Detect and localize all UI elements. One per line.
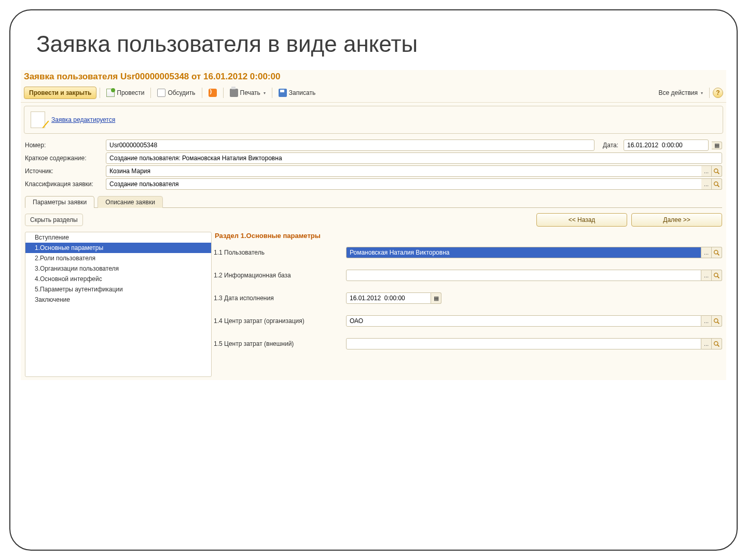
- magnifier-icon: [713, 341, 720, 347]
- source-input[interactable]: [106, 165, 701, 177]
- select-button[interactable]: ...: [701, 178, 712, 190]
- svg-point-4: [714, 250, 718, 254]
- select-button[interactable]: ...: [701, 165, 712, 177]
- svg-point-6: [714, 273, 718, 276]
- select-button[interactable]: ...: [701, 315, 712, 327]
- chat-icon: [157, 89, 165, 97]
- section-title: Раздел 1.Основные параметры: [214, 232, 722, 247]
- tree-item-interface[interactable]: 4.Основной интерфейс: [25, 274, 211, 284]
- chevron-down-icon: ▾: [701, 91, 703, 95]
- classification-label: Классификация заявки:: [25, 180, 103, 188]
- search-button[interactable]: [712, 178, 722, 190]
- calendar-button[interactable]: ▦: [431, 292, 441, 304]
- search-button[interactable]: [712, 247, 722, 258]
- help-button[interactable]: ?: [713, 88, 723, 98]
- select-button[interactable]: ...: [701, 270, 712, 281]
- number-label: Номер:: [25, 142, 103, 149]
- select-button[interactable]: ...: [701, 247, 712, 258]
- form-title: Заявка пользователя Usr00000005348 от 16…: [21, 70, 726, 86]
- printer-icon: [230, 89, 238, 97]
- separator: [202, 88, 202, 98]
- app-window: Заявка пользователя Usr00000005348 от 16…: [21, 70, 726, 380]
- calendar-button[interactable]: ▦: [712, 142, 722, 149]
- discuss-label: Обсудить: [168, 89, 195, 96]
- rss-button[interactable]: [205, 87, 220, 99]
- tree-item-auth[interactable]: 5.Параметры аутентификации: [25, 284, 211, 295]
- tree-item-conclusion[interactable]: Заключение: [25, 295, 211, 305]
- cost-center-ext-input[interactable]: [346, 338, 701, 349]
- post-and-close-button[interactable]: Провести и закрыть: [24, 87, 96, 99]
- infobase-input[interactable]: [346, 270, 701, 281]
- classification-input[interactable]: [106, 178, 701, 190]
- print-label: Печать: [240, 89, 260, 96]
- hide-sections-button[interactable]: Скрыть разделы: [25, 214, 83, 226]
- svg-line-7: [717, 276, 719, 278]
- magnifier-icon: [713, 249, 720, 256]
- magnifier-icon: [713, 272, 720, 279]
- source-label: Источник:: [25, 167, 103, 175]
- next-button[interactable]: Далее >>: [631, 213, 722, 227]
- user-input[interactable]: [346, 247, 701, 258]
- svg-line-5: [717, 254, 719, 255]
- svg-point-2: [714, 181, 718, 185]
- tree-item-roles[interactable]: 2.Роли пользователя: [25, 253, 211, 263]
- date-label: Дата:: [603, 142, 618, 149]
- section-body: Раздел 1.Основные параметры 1.1 Пользова…: [214, 232, 722, 377]
- discuss-button[interactable]: Обсудить: [154, 87, 198, 99]
- date-input[interactable]: [624, 139, 709, 151]
- slide-frame: Заявка пользователя в виде анкеты Заявка…: [9, 9, 738, 551]
- save-label: Записать: [289, 89, 315, 96]
- floppy-icon: [279, 89, 287, 97]
- editing-request-link[interactable]: Заявка редактируется: [51, 116, 115, 123]
- magnifier-icon: [713, 181, 720, 188]
- svg-point-0: [714, 169, 718, 172]
- all-actions-button[interactable]: Все действия ▾: [656, 88, 706, 98]
- print-button[interactable]: Печать ▾: [227, 87, 269, 99]
- sections-tree: Вступление 1.Основные параметры 2.Роли п…: [25, 232, 212, 377]
- param-label: 1.4 Центр затрат (организация): [214, 317, 346, 325]
- save-button[interactable]: Записать: [275, 87, 319, 99]
- tab-description[interactable]: Описание заявки: [98, 196, 163, 208]
- tab-bar: Параметры заявки Описание заявки: [21, 192, 726, 207]
- number-input[interactable]: [106, 139, 594, 151]
- form-split: Вступление 1.Основные параметры 2.Роли п…: [25, 232, 722, 377]
- summary-label: Краткое содержание:: [25, 155, 103, 162]
- svg-point-10: [714, 341, 718, 345]
- magnifier-icon: [713, 168, 720, 175]
- select-button[interactable]: ...: [701, 338, 712, 349]
- edit-document-icon: [31, 111, 45, 128]
- param-row-due-date: 1.3 Дата исполнения ▦: [214, 292, 722, 304]
- post-label: Провести: [117, 89, 144, 96]
- back-button[interactable]: << Назад: [536, 213, 627, 227]
- rss-icon: [209, 89, 217, 97]
- post-button[interactable]: Провести: [103, 87, 147, 99]
- svg-line-3: [717, 185, 719, 187]
- search-button[interactable]: [712, 165, 722, 177]
- svg-line-11: [717, 345, 719, 346]
- cost-center-org-input[interactable]: [346, 315, 701, 327]
- search-button[interactable]: [712, 270, 722, 281]
- due-date-input[interactable]: [346, 292, 431, 304]
- info-panel: Заявка редактируется: [24, 106, 723, 134]
- toolbar: Провести и закрыть Провести Обсудить Печ…: [21, 86, 726, 103]
- tab-parameters[interactable]: Параметры заявки: [25, 196, 94, 208]
- param-row-cost-center-ext: 1.5 Центр затрат (внешний) ...: [214, 338, 722, 349]
- chevron-down-icon: ▾: [264, 91, 266, 95]
- magnifier-icon: [713, 318, 720, 325]
- search-button[interactable]: [712, 315, 722, 327]
- tree-item-orgs[interactable]: 3.Организации пользователя: [25, 263, 211, 274]
- param-row-user: 1.1 Пользователь ...: [214, 247, 722, 258]
- header-fields: Номер: Дата: ▦ Краткое содержание: Источ…: [21, 137, 726, 192]
- tree-item-main-params[interactable]: 1.Основные параметры: [25, 243, 211, 253]
- separator: [709, 88, 710, 98]
- param-label: 1.1 Пользователь: [214, 249, 346, 256]
- tab-content: Скрыть разделы << Назад Далее >> Вступле…: [25, 207, 722, 380]
- document-check-icon: [106, 89, 115, 97]
- param-label: 1.2 Информационная база: [214, 272, 346, 279]
- separator: [223, 88, 224, 98]
- search-button[interactable]: [712, 338, 722, 349]
- separator: [100, 88, 100, 98]
- tree-item-intro[interactable]: Вступление: [25, 232, 211, 243]
- summary-input[interactable]: [106, 152, 722, 164]
- separator: [272, 88, 272, 98]
